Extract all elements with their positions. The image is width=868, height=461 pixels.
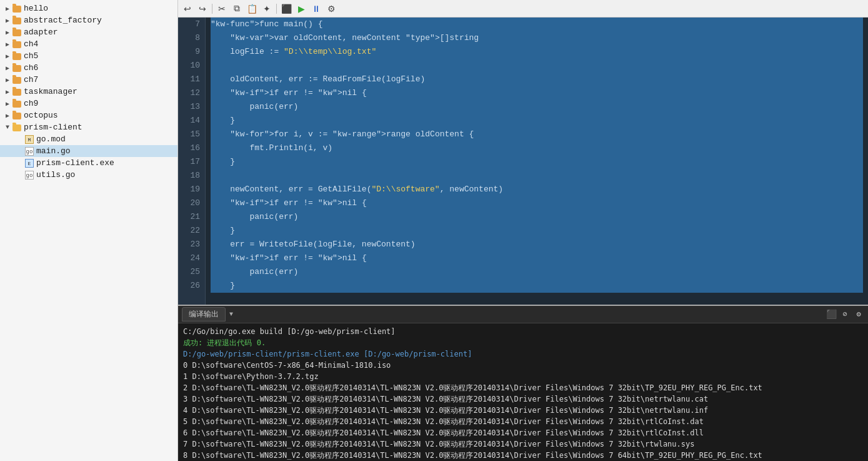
tree-label-utils.go: utils.go: [36, 170, 75, 180]
line-number-26: 26: [181, 279, 200, 293]
tree-arrow-ch4: ▶: [2, 41, 12, 48]
code-line-23[interactable]: err = WritetoFile(logFile, newContent): [211, 238, 863, 251]
tree-item-octopus[interactable]: ▶octopus: [0, 109, 177, 121]
run-button[interactable]: ▶: [294, 2, 308, 16]
tree-label-go.mod: go.mod: [36, 134, 66, 144]
file-icon-main.go: go: [25, 147, 34, 156]
output-line: 成功: 进程退出代码 0.: [183, 337, 863, 348]
folder-icon-prism-client: [12, 124, 21, 131]
code-line-16[interactable]: fmt.Println(i, v): [211, 141, 863, 155]
code-content[interactable]: "kw-func">func main() { "kw-var">var old…: [206, 18, 868, 305]
tree-label-prism-client: prism-client: [24, 123, 82, 132]
output-line: 1 D:\software\Python-3.7.2.tgz: [183, 371, 863, 382]
tree-item-utils.go[interactable]: goutils.go: [0, 169, 177, 181]
code-line-11[interactable]: oldContent, err := ReadFromFile(logFile): [211, 73, 863, 86]
output-line: 4 D:\software\TL-WN823N_V2.0驱动程序20140314…: [183, 405, 863, 416]
file-icon-prism-client.exe: E: [25, 159, 34, 168]
tree-label-ch7: ch7: [24, 75, 38, 84]
tree-item-ch5[interactable]: ▶ch5: [0, 50, 177, 62]
copy-button[interactable]: ⧉: [230, 2, 244, 16]
output-line: D:/go-web/prism-client/prism-client.exe …: [183, 348, 863, 360]
code-line-26[interactable]: }: [211, 279, 863, 293]
output-line: C:/Go/bin/go.exe build [D:/go-web/prism-…: [183, 326, 863, 337]
code-line-24[interactable]: "kw-if">if err != "kw">nil {: [211, 251, 863, 265]
clear-output-button[interactable]: ⊘: [839, 309, 851, 320]
tree-item-taskmanager[interactable]: ▶taskmanager: [0, 86, 177, 98]
line-number-23: 23: [181, 238, 200, 251]
code-line-19[interactable]: newContent, err = GetAllFile("D:\\softwa…: [211, 183, 863, 196]
folder-icon-ch7: [12, 77, 21, 84]
redo-button[interactable]: ↪: [196, 2, 209, 16]
code-line-10[interactable]: [211, 59, 863, 73]
tree-label-prism-client.exe: prism-client.exe: [36, 158, 114, 168]
code-editor[interactable]: 7891011121314151617181920212223242526 "k…: [178, 18, 868, 305]
tree-item-prism-client.exe[interactable]: Eprism-client.exe: [0, 157, 177, 169]
editor-toolbar: ↩ ↪ ✂ ⧉ 📋 ✦ ⬛ ▶ ⏸ ⚙: [178, 0, 868, 18]
tree-label-ch4: ch4: [24, 39, 38, 49]
code-line-17[interactable]: }: [211, 155, 863, 169]
tree-arrow-abstract_factory: ▶: [2, 17, 12, 24]
settings-button[interactable]: ⚙: [324, 2, 338, 16]
tree-item-main.go[interactable]: gomain.go: [0, 145, 177, 157]
code-line-18[interactable]: [211, 169, 863, 183]
tree-item-hello[interactable]: ▶hello: [0, 3, 177, 14]
output-settings-button[interactable]: ⚙: [853, 309, 864, 320]
tree-item-ch9[interactable]: ▶ch9: [0, 98, 177, 109]
line-number-7: 7: [181, 18, 200, 31]
tree-arrow-ch5: ▶: [2, 53, 12, 60]
tree-item-ch4[interactable]: ▶ch4: [0, 38, 177, 50]
tree-arrow-ch6: ▶: [2, 64, 12, 72]
output-line: 5 D:\software\TL-WN823N_V2.0驱动程序20140314…: [183, 416, 863, 427]
tree-item-ch6[interactable]: ▶ch6: [0, 62, 177, 74]
tree-label-main.go: main.go: [36, 146, 71, 156]
tree-item-prism-client[interactable]: ▼prism-client: [0, 121, 177, 133]
code-line-20[interactable]: "kw-if">if err != "kw">nil {: [211, 196, 863, 210]
code-line-25[interactable]: panic(err): [211, 265, 863, 279]
line-number-11: 11: [181, 73, 200, 86]
tree-arrow-ch7: ▶: [2, 76, 12, 84]
line-number-21: 21: [181, 210, 200, 224]
line-number-12: 12: [181, 86, 200, 100]
line-number-10: 10: [181, 59, 200, 73]
folder-icon-ch6: [12, 65, 21, 72]
code-line-22[interactable]: }: [211, 224, 863, 238]
folder-icon-adapter: [12, 29, 21, 36]
tree-item-go.mod[interactable]: Mgo.mod: [0, 133, 177, 145]
tree-label-ch9: ch9: [24, 99, 38, 108]
line-number-17: 17: [181, 155, 200, 169]
stop-button[interactable]: ⬛: [279, 2, 293, 16]
stop-output-button[interactable]: ⬛: [826, 309, 837, 320]
code-line-12[interactable]: "kw-if">if err != "kw">nil {: [211, 86, 863, 100]
line-number-25: 25: [181, 265, 200, 279]
code-line-21[interactable]: panic(err): [211, 210, 863, 224]
tree-item-abstract_factory[interactable]: ▶abstract_factory: [0, 14, 177, 26]
build-button[interactable]: ✦: [260, 2, 274, 16]
line-number-8: 8: [181, 31, 200, 45]
line-number-15: 15: [181, 128, 200, 141]
tree-arrow-prism-client: ▼: [2, 124, 12, 131]
cut-button[interactable]: ✂: [215, 2, 229, 16]
code-line-8[interactable]: "kw-var">var oldContent, newContent "typ…: [211, 31, 863, 45]
output-line: 0 D:\software\CentOS-7-x86_64-Minimal-18…: [183, 360, 863, 371]
line-number-20: 20: [181, 196, 200, 210]
output-line: 8 D:\software\TL-WN823N_V2.0驱动程序20140314…: [183, 450, 863, 461]
output-area[interactable]: C:/Go/bin/go.exe build [D:/go-web/prism-…: [178, 323, 868, 461]
tree-label-hello: hello: [24, 4, 48, 13]
code-line-15[interactable]: "kw-for">for i, v := "kw-range">range ol…: [211, 128, 863, 141]
bottom-toolbar: 编译输出 ▼ ⬛ ⊘ ⚙: [178, 306, 868, 323]
undo-button[interactable]: ↩: [181, 2, 194, 16]
output-tab[interactable]: 编译输出: [182, 307, 226, 322]
tree-item-ch7[interactable]: ▶ch7: [0, 74, 177, 86]
paste-button[interactable]: 📋: [245, 2, 259, 16]
file-tree: ▶hello▶abstract_factory▶adapter▶ch4▶ch5▶…: [0, 0, 178, 461]
folder-icon-ch5: [12, 53, 21, 60]
debug-button[interactable]: ⏸: [309, 2, 323, 16]
output-line: 7 D:\software\TL-WN823N_V2.0驱动程序20140314…: [183, 438, 863, 450]
tab-dropdown-arrow[interactable]: ▼: [228, 310, 234, 319]
code-line-7[interactable]: "kw-func">func main() {: [211, 18, 863, 31]
code-line-13[interactable]: panic(err): [211, 100, 863, 114]
code-line-14[interactable]: }: [211, 114, 863, 128]
code-line-9[interactable]: logFile := "D:\\temp\\log.txt": [211, 45, 863, 59]
line-number-22: 22: [181, 224, 200, 238]
tree-item-adapter[interactable]: ▶adapter: [0, 26, 177, 38]
